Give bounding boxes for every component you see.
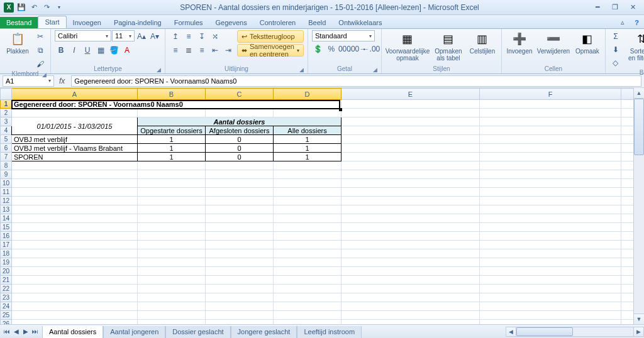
format-cells-button[interactable]: ◧Opmaak: [574, 30, 601, 56]
cell-header-0[interactable]: Opgestarte dossiers: [138, 126, 206, 135]
wrap-text-button[interactable]: ↩Tekstterugloop: [237, 30, 304, 43]
dialog-launcher-icon[interactable]: ◢: [299, 67, 304, 73]
cell-value[interactable]: 1: [138, 144, 206, 153]
shrink-font-icon[interactable]: A▾: [148, 30, 161, 43]
row-header[interactable]: 24: [1, 302, 12, 311]
row-header[interactable]: 1: [1, 100, 12, 109]
col-header-blank[interactable]: [621, 89, 634, 100]
scroll-left-icon[interactable]: ◀: [506, 327, 516, 336]
file-tab[interactable]: Bestand: [0, 17, 38, 28]
cell-a1[interactable]: Gegenereerd door: SPOREN - Voornaams0 Na…: [12, 100, 341, 109]
tab-pagina-indeling[interactable]: Pagina-indeling: [108, 17, 168, 28]
col-header-a[interactable]: A: [12, 89, 138, 100]
row-header[interactable]: 22: [1, 285, 12, 293]
spreadsheet-grid[interactable]: A B C D E F 1 Gegenereerd door: SPOREN -…: [0, 88, 644, 324]
format-painter-icon[interactable]: 🖌: [34, 58, 47, 70]
cell-value[interactable]: 1: [274, 153, 341, 161]
currency-icon[interactable]: 💲: [312, 43, 325, 55]
align-top-icon[interactable]: ↥: [169, 30, 182, 43]
help-icon[interactable]: ?: [630, 17, 644, 28]
cut-icon[interactable]: ✂: [34, 30, 47, 43]
orientation-icon[interactable]: ⤭: [209, 30, 221, 43]
grow-font-icon[interactable]: A▴: [135, 30, 148, 43]
row-header[interactable]: 12: [1, 197, 12, 205]
scroll-up-icon[interactable]: ▲: [634, 88, 644, 99]
dialog-launcher-icon[interactable]: ◢: [373, 67, 377, 73]
row-header[interactable]: 18: [1, 249, 12, 258]
col-header-f[interactable]: F: [480, 89, 621, 100]
sheet-tab[interactable]: Leeftijd instroom: [297, 326, 362, 338]
row-header[interactable]: 23: [1, 293, 12, 302]
percent-icon[interactable]: %: [325, 43, 338, 55]
insert-cells-button[interactable]: ➕Invoegen: [506, 30, 533, 56]
col-header-d[interactable]: D: [274, 89, 341, 100]
fill-color-icon[interactable]: 🪣: [108, 44, 120, 57]
row-header[interactable]: 19: [1, 258, 12, 267]
align-bottom-icon[interactable]: ↧: [196, 30, 208, 43]
row-header[interactable]: 2: [1, 109, 12, 117]
font-size-combo[interactable]: 11▾: [112, 30, 135, 41]
row-header[interactable]: 16: [1, 232, 12, 241]
sheet-tab[interactable]: Dossier geslacht: [165, 326, 230, 338]
undo-icon[interactable]: ↶: [29, 3, 39, 13]
sheet-tab[interactable]: Aantal jongeren: [103, 326, 165, 338]
minimize-ribbon-icon[interactable]: ▵: [616, 16, 630, 28]
row-header[interactable]: 7: [1, 153, 12, 161]
conditional-format-button[interactable]: ▦Voorwaardelijke opmaak: [386, 30, 430, 63]
horizontal-scrollbar[interactable]: ◀ ▶: [506, 325, 644, 338]
sheet-tab-active[interactable]: Aantal dossiers: [42, 326, 103, 338]
tab-start[interactable]: Start: [38, 16, 66, 28]
qat-dropdown-icon[interactable]: ▾: [54, 3, 64, 13]
indent-dec-icon[interactable]: ⇤: [209, 44, 221, 57]
font-combo[interactable]: Calibri▾: [55, 30, 111, 41]
copy-icon[interactable]: ⧉: [34, 44, 47, 57]
restore-icon[interactable]: ❐: [609, 3, 621, 11]
paste-button[interactable]: 📋 Plakken: [4, 30, 31, 56]
tab-invoegen[interactable]: Invoegen: [67, 17, 108, 28]
cell-value[interactable]: 1: [138, 153, 206, 161]
align-middle-icon[interactable]: ≡: [182, 30, 195, 43]
cell-value[interactable]: 0: [206, 144, 274, 153]
row-header[interactable]: 17: [1, 241, 12, 249]
cell-header-group[interactable]: Aantal dossiers: [138, 117, 341, 126]
save-icon[interactable]: 💾: [16, 3, 26, 13]
row-header[interactable]: 9: [1, 170, 12, 179]
tab-beeld[interactable]: Beeld: [302, 17, 332, 28]
italic-icon[interactable]: I: [68, 44, 80, 57]
cell-value[interactable]: 0: [206, 153, 274, 161]
dialog-launcher-icon[interactable]: ◢: [157, 67, 161, 73]
row-header[interactable]: 10: [1, 179, 12, 188]
cell-value[interactable]: 1: [138, 135, 206, 144]
font-color-icon[interactable]: A: [121, 44, 133, 57]
scroll-thumb[interactable]: [634, 99, 644, 155]
close-icon[interactable]: ✕: [626, 3, 639, 11]
last-sheet-icon[interactable]: ⏭: [31, 328, 40, 335]
tab-controleren[interactable]: Controleren: [253, 17, 302, 28]
fx-icon[interactable]: fx: [57, 77, 67, 85]
cell-header-1[interactable]: Afgesloten dossiers: [206, 126, 274, 135]
align-right-icon[interactable]: ≡: [196, 44, 208, 57]
sheet-nav-buttons[interactable]: ⏮ ◀ ▶ ⏭: [0, 325, 42, 338]
align-center-icon[interactable]: ≣: [182, 44, 195, 57]
tab-gegevens[interactable]: Gegevens: [209, 17, 253, 28]
cell-value[interactable]: 1: [274, 144, 341, 153]
clear-icon[interactable]: ◇: [609, 57, 622, 69]
row-header[interactable]: 13: [1, 205, 12, 214]
cell-header-2[interactable]: Alle dossiers: [274, 126, 341, 135]
row-header[interactable]: 25: [1, 311, 12, 320]
vertical-scrollbar[interactable]: ▲ ▼: [633, 88, 644, 324]
row-header[interactable]: 3: [1, 117, 12, 126]
col-header-e[interactable]: E: [341, 89, 480, 100]
tab-ontwikkelaars[interactable]: Ontwikkelaars: [332, 17, 388, 28]
delete-cells-button[interactable]: ➖Verwijderen: [536, 30, 571, 56]
bold-icon[interactable]: B: [55, 44, 67, 57]
minimize-icon[interactable]: ━: [591, 3, 604, 11]
row-header[interactable]: 6: [1, 144, 12, 153]
next-sheet-icon[interactable]: ▶: [21, 328, 30, 335]
select-all-corner[interactable]: [1, 89, 12, 100]
cell-styles-button[interactable]: ▥Celstijlen: [467, 30, 497, 56]
col-header-c[interactable]: C: [206, 89, 274, 100]
dialog-launcher-icon[interactable]: ◢: [42, 72, 47, 78]
row-header[interactable]: 4: [1, 126, 12, 135]
col-header-b[interactable]: B: [138, 89, 206, 100]
